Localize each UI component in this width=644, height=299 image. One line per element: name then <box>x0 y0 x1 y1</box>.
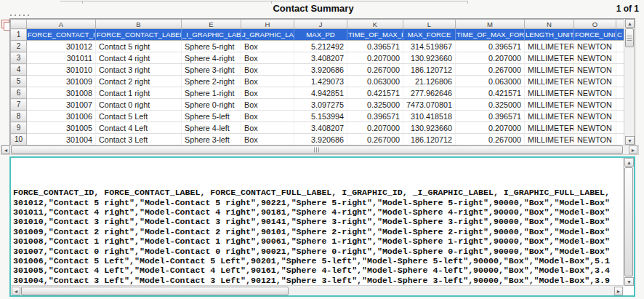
cell[interactable]: Contact 0 right <box>96 99 182 111</box>
row-number[interactable]: 8 <box>11 111 27 122</box>
scroll-up-icon[interactable]: ▲ <box>624 158 634 167</box>
cell[interactable]: 5.153994 <box>294 111 347 122</box>
cell[interactable]: NEWTON <box>574 122 616 134</box>
row-number[interactable]: 5 <box>11 76 27 87</box>
row-number[interactable]: 1 <box>11 29 27 41</box>
cell[interactable]: 0.267000 <box>347 64 403 76</box>
scroll-up-icon[interactable]: ▲ <box>625 19 635 28</box>
column-letter[interactable]: N <box>525 20 574 29</box>
scroll-down-icon[interactable]: ▼ <box>624 277 634 286</box>
sheet-vscroll-thumb[interactable] <box>625 28 634 47</box>
cell[interactable]: Contact 1 right <box>96 87 182 99</box>
cell[interactable]: 0.063000 <box>456 76 525 87</box>
cell[interactable]: 0.325000 <box>456 99 525 111</box>
cell[interactable]: 301012 <box>27 41 96 52</box>
cell[interactable]: 0.396571 <box>456 41 525 52</box>
cell[interactable]: MILLIMETER <box>525 76 574 87</box>
sheet-horizontal-scrollbar[interactable]: ◄ ► <box>1 145 639 155</box>
cell[interactable]: 0.267000 <box>456 134 525 145</box>
cell[interactable]: MILLIMETER <box>525 99 574 111</box>
cell[interactable]: NEWTON <box>574 111 616 122</box>
drag-handle-dots-icon[interactable] <box>10 15 29 16</box>
cell[interactable]: MILLIMETER <box>525 52 574 64</box>
cell[interactable]: Contact 2 right <box>96 76 182 87</box>
cell[interactable]: NEWTON <box>574 64 616 76</box>
cell[interactable]: Contact 4 right <box>96 52 182 64</box>
cell[interactable]: Box <box>241 41 294 52</box>
cell[interactable]: Contact 4 Left <box>96 122 182 134</box>
cell[interactable]: Box <box>241 122 294 134</box>
row-number[interactable]: 2 <box>11 41 27 52</box>
row-number[interactable]: 3 <box>11 52 27 64</box>
field-header-cell[interactable]: J_GRAPHIC_LABEL <box>241 29 294 41</box>
cell[interactable]: Box <box>241 111 294 122</box>
cell[interactable]: 277.962646 <box>403 87 456 99</box>
csv-hscroll-thumb[interactable] <box>21 287 289 295</box>
cell[interactable]: 0.267000 <box>347 134 403 145</box>
cell[interactable]: 0.325000 <box>347 99 403 111</box>
cell[interactable]: Contact 5 Left <box>96 111 182 122</box>
column-letter[interactable]: M <box>456 20 525 29</box>
cell[interactable]: 301008 <box>27 87 96 99</box>
sheet-hscroll-thumb[interactable] <box>11 145 623 154</box>
cell[interactable]: NEWTON <box>574 134 616 145</box>
field-header-cell[interactable]: FORCE_CONTACT_ID <box>27 29 96 41</box>
cell[interactable]: Box <box>241 52 294 64</box>
cell[interactable]: MILLIMETER <box>525 64 574 76</box>
cell[interactable]: 186.120712 <box>403 134 456 145</box>
cell[interactable]: 0.207000 <box>456 122 525 134</box>
sheet-vertical-scrollbar[interactable]: ▲ ▼ <box>624 19 635 145</box>
column-letter[interactable]: J <box>294 20 347 29</box>
cell[interactable]: 130.923660 <box>403 52 456 64</box>
cell[interactable]: 0.396571 <box>347 41 403 52</box>
copy-page-icon[interactable] <box>1 20 9 28</box>
cell[interactable]: Sphere 4-right <box>182 52 241 64</box>
cell[interactable]: 301006 <box>27 111 96 122</box>
column-letter[interactable]: A <box>27 20 96 29</box>
cell[interactable]: 0.207000 <box>347 52 403 64</box>
scroll-left-icon[interactable]: ◄ <box>12 287 20 295</box>
cell[interactable]: Box <box>241 87 294 99</box>
cell[interactable]: 310.418518 <box>403 111 456 122</box>
cell[interactable]: MILLIMETER <box>525 41 574 52</box>
cell[interactable]: 130.923660 <box>403 122 456 134</box>
cell[interactable]: Sphere 5-left <box>182 111 241 122</box>
cell[interactable]: 7473.070801 <box>403 99 456 111</box>
cell[interactable]: Contact 3 right <box>96 64 182 76</box>
csv-pane[interactable]: FORCE_CONTACT_ID, FORCE_CONTACT_LABEL, F… <box>9 156 635 297</box>
cell[interactable]: MILLIMETER <box>525 134 574 145</box>
field-header-cell[interactable]: FORCE_UNIT <box>574 29 616 41</box>
cell[interactable]: MILLIMETER <box>525 111 574 122</box>
cell[interactable]: 0.421571 <box>456 87 525 99</box>
cell[interactable]: Contact 5 right <box>96 41 182 52</box>
cell[interactable]: Sphere 1-right <box>182 87 241 99</box>
cell[interactable]: NEWTON <box>574 41 616 52</box>
cell[interactable]: 0.063000 <box>347 76 403 87</box>
cell[interactable]: 301007 <box>27 99 96 111</box>
cell[interactable]: 0.207000 <box>456 52 525 64</box>
cell[interactable]: NEWTON <box>574 52 616 64</box>
field-header-cell[interactable]: LENGTH_UNIT <box>525 29 574 41</box>
field-header-cell[interactable]: FORCE_CONTACT_LABEL <box>96 29 182 41</box>
row-number[interactable]: 7 <box>11 99 27 111</box>
cell[interactable]: Box <box>241 64 294 76</box>
cell[interactable]: 301011 <box>27 52 96 64</box>
field-header-cell[interactable]: TIME_OF_MAX_PD <box>347 29 403 41</box>
field-header-cell[interactable]: TIME_OF_MAX_FORCE <box>456 29 525 41</box>
column-letter[interactable]: B <box>96 20 182 29</box>
cell[interactable]: 0.267000 <box>456 64 525 76</box>
cell[interactable]: 186.120712 <box>403 64 456 76</box>
scroll-right-icon[interactable]: ► <box>614 287 623 295</box>
select-all-corner[interactable] <box>11 20 27 29</box>
column-letter[interactable]: L <box>403 20 456 29</box>
cell[interactable]: NEWTON <box>574 99 616 111</box>
cell[interactable]: Sphere 0-right <box>182 99 241 111</box>
cell[interactable]: 301004 <box>27 134 96 145</box>
cell[interactable]: NEWTON <box>574 76 616 87</box>
cell[interactable]: 3.408207 <box>294 52 347 64</box>
cell[interactable]: Sphere 5-right <box>182 41 241 52</box>
cell[interactable]: 3.408207 <box>294 122 347 134</box>
csv-vertical-scrollbar[interactable]: ▲ ▼ <box>623 158 634 286</box>
cell[interactable]: 301010 <box>27 64 96 76</box>
cell[interactable]: 314.519867 <box>403 41 456 52</box>
